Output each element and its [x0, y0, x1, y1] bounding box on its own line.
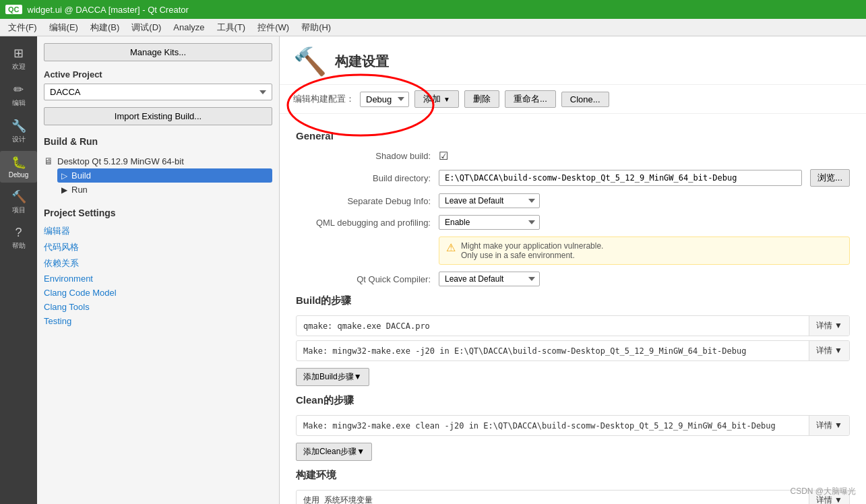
clean-step-row-0: Make: mingw32-make.exe clean -j20 in E:\…	[296, 415, 850, 436]
build-step-row-1: Make: mingw32-make.exe -j20 in E:\QT\DAC…	[296, 340, 850, 361]
settings-dependencies[interactable]: 依赖关系	[44, 256, 272, 271]
welcome-icon: ⊞	[13, 46, 24, 61]
shadow-build-row: Shadow build: ☑	[296, 150, 850, 162]
title-text: widget.ui @ DACCA [master] - Qt Creator	[28, 5, 189, 15]
design-label: 设计	[12, 135, 26, 144]
rename-config-button[interactable]: 重命名...	[505, 90, 556, 108]
monitor-icon: 🖥	[44, 156, 53, 166]
build-step-row-0: qmake: qmake.exe DACCA.pro 详情 ▼	[296, 315, 850, 336]
general-section-title: General	[296, 130, 850, 141]
add-config-label: 添加	[423, 93, 441, 105]
menu-tools[interactable]: 工具(T)	[212, 20, 251, 36]
qml-debug-select[interactable]: Enable	[439, 215, 540, 230]
warning-line2: Only use in a safe environment.	[461, 251, 603, 260]
sep-debug-select[interactable]: Leave at Default	[439, 193, 540, 208]
menu-build[interactable]: 构建(B)	[85, 20, 125, 36]
edit-icon: ✏	[13, 82, 24, 97]
help-icon: ?	[15, 226, 22, 240]
sidebar-design[interactable]: 🔧 设计	[0, 115, 37, 148]
build-hammer-icon: 🔨	[293, 46, 327, 77]
shadow-build-label: Shadow build:	[296, 151, 431, 161]
build-step-content-1: Make: mingw32-make.exe -j20 in E:\QT\DAC…	[297, 342, 809, 360]
sidebar-edit[interactable]: ✏ 编辑	[0, 78, 37, 112]
build-step-content-0: qmake: qmake.exe DACCA.pro	[297, 317, 809, 335]
menu-help[interactable]: 帮助(H)	[296, 20, 336, 36]
settings-environment[interactable]: Environment	[44, 272, 272, 285]
menu-widget[interactable]: 控件(W)	[252, 20, 295, 36]
build-step-detail-1[interactable]: 详情 ▼	[809, 341, 849, 360]
content-area: General Shadow build: ☑ Build directory:…	[280, 114, 866, 504]
build-steps-title: Build的步骤	[296, 294, 850, 307]
sidebar-welcome[interactable]: ⊞ 欢迎	[0, 42, 37, 75]
project-select-container: DACCA	[44, 84, 272, 100]
settings-testing[interactable]: Testing	[44, 315, 272, 327]
build-env-detail[interactable]: 详情 ▼	[809, 491, 849, 504]
add-clean-step-button[interactable]: 添加Clean步骤▼	[296, 443, 372, 461]
edit-label: 编辑	[12, 98, 26, 108]
build-env-row: 使用 系统环境变量 详情 ▼	[296, 490, 850, 504]
build-dir-label: Build directory:	[296, 173, 431, 183]
build-dir-input[interactable]	[439, 170, 802, 186]
shadow-build-checkbox[interactable]: ☑	[439, 150, 448, 162]
clean-step-content-0: Make: mingw32-make.exe clean -j20 in E:\…	[297, 417, 809, 435]
build-step-detail-0[interactable]: 详情 ▼	[809, 316, 849, 336]
add-arrow-icon: ▼	[443, 96, 450, 103]
qml-debug-row: QML debugging and profiling: Enable	[296, 215, 850, 230]
sidebar-icons: ⊞ 欢迎 ✏ 编辑 🔧 设计 🐛 Debug 🔨 项目 ? 帮助	[0, 36, 37, 504]
settings-clang-tools[interactable]: Clang Tools	[44, 301, 272, 313]
config-select[interactable]: Debug	[360, 92, 409, 107]
debug-icon: 🐛	[11, 155, 26, 170]
sep-debug-row: Separate Debug Info: Leave at Default	[296, 193, 850, 208]
menu-debug[interactable]: 调试(D)	[126, 20, 166, 36]
clone-config-button[interactable]: Clone...	[561, 92, 609, 107]
settings-clang-code-model[interactable]: Clang Code Model	[44, 286, 272, 299]
qt-quick-select[interactable]: Leave at Default	[439, 272, 540, 286]
qt-quick-label: Qt Quick Compiler:	[296, 274, 431, 284]
qt-quick-row: Qt Quick Compiler: Leave at Default	[296, 272, 850, 286]
warning-text: Might make your application vulnerable. …	[461, 241, 603, 260]
add-build-step-button[interactable]: 添加Build步骤▼	[296, 368, 369, 386]
main-layout: ⊞ 欢迎 ✏ 编辑 🔧 设计 🐛 Debug 🔨 项目 ? 帮助 Manage …	[0, 36, 866, 504]
project-label: 项目	[12, 206, 26, 215]
build-env-section: 构建环境 使用 系统环境变量 详情 ▼	[296, 469, 850, 504]
sep-debug-label: Separate Debug Info:	[296, 196, 431, 206]
sidebar-project[interactable]: 🔨 项目	[0, 185, 37, 219]
welcome-label: 欢迎	[12, 62, 26, 71]
build-run-label: Build & Run	[44, 136, 272, 147]
kit-sub-build[interactable]: ▷ Build	[57, 168, 272, 183]
browse-button[interactable]: 浏览...	[810, 169, 850, 187]
build-dir-row: Build directory: 浏览...	[296, 169, 850, 187]
sidebar-debug[interactable]: 🐛 Debug	[0, 151, 37, 183]
debug-label: Debug	[9, 171, 28, 179]
settings-editor[interactable]: 编辑器	[44, 224, 272, 239]
clean-step-detail-0[interactable]: 详情 ▼	[809, 416, 849, 435]
build-env-title: 构建环境	[296, 469, 850, 482]
run-sub-label: Run	[71, 185, 88, 195]
active-project-label: Active Project	[44, 69, 272, 80]
title-bar: QC widget.ui @ DACCA [master] - Qt Creat…	[0, 0, 866, 19]
warning-line1: Might make your application vulnerable.	[461, 241, 603, 251]
menu-analyze[interactable]: Analyze	[168, 20, 210, 34]
settings-code-style[interactable]: 代码风格	[44, 240, 272, 255]
manage-kits-button[interactable]: Manage Kits...	[44, 43, 272, 61]
delete-config-button[interactable]: 删除	[464, 90, 499, 108]
warning-box: ⚠ Might make your application vulnerable…	[439, 237, 850, 265]
kit-item[interactable]: 🖥 Desktop Qt 5.12.9 MinGW 64-bit	[44, 154, 272, 168]
kit-sub-run[interactable]: ▶ Run	[57, 183, 272, 197]
kit-sub-items: ▷ Build ▶ Run	[57, 168, 272, 197]
build-title: 构建设置	[335, 53, 389, 71]
menu-edit[interactable]: 编辑(E)	[44, 20, 84, 36]
config-label: 编辑构建配置：	[293, 93, 354, 105]
clean-steps-section: Clean的步骤 Make: mingw32-make.exe clean -j…	[296, 394, 850, 461]
help-label: 帮助	[12, 241, 26, 251]
menu-file[interactable]: 文件(F)	[3, 20, 42, 36]
project-select[interactable]: DACCA	[44, 84, 272, 100]
import-existing-build-button[interactable]: Import Existing Build...	[44, 107, 272, 125]
run-arrow-icon: ▶	[61, 185, 67, 195]
kit-label: Desktop Qt 5.12.9 MinGW 64-bit	[57, 156, 184, 166]
project-settings-label: Project Settings	[44, 208, 272, 218]
add-config-button[interactable]: 添加 ▼	[414, 90, 459, 108]
sidebar-help[interactable]: ? 帮助	[0, 222, 37, 255]
build-header: 🔨 构建设置	[280, 36, 866, 85]
qml-debug-label: QML debugging and profiling:	[296, 218, 431, 228]
